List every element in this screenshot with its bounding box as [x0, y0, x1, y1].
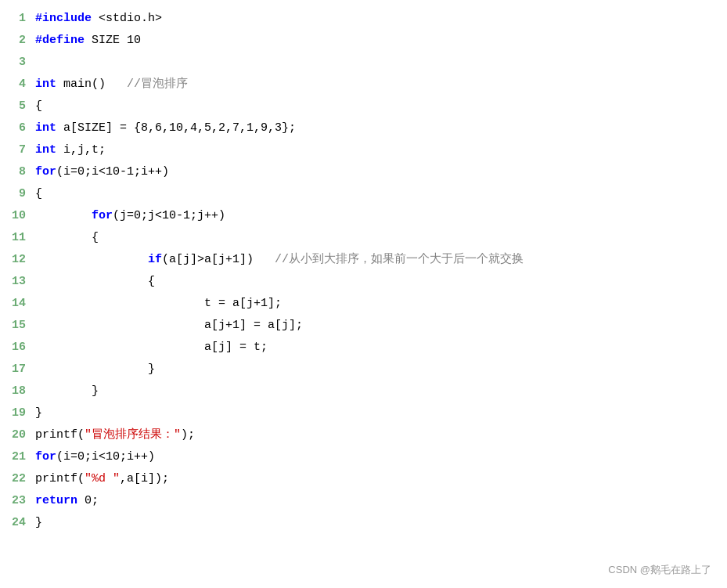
- line-number: 2: [0, 30, 35, 52]
- line-number: 1: [0, 8, 35, 30]
- line-number: 10: [0, 205, 35, 227]
- code-line: 20 printf("冒泡排序结果：");: [0, 424, 727, 446]
- line-number: 5: [0, 96, 35, 117]
- line-content: {: [35, 96, 727, 117]
- line-number: 22: [0, 468, 35, 490]
- line-number: 23: [0, 490, 35, 512]
- line-number: 13: [0, 271, 35, 293]
- line-content: }: [35, 402, 727, 424]
- line-content: for(i=0;i<10-1;i++): [35, 161, 727, 183]
- code-line: 3: [0, 52, 727, 74]
- code-line: 19 }: [0, 402, 727, 424]
- line-content: printf("冒泡排序结果：");: [35, 424, 727, 446]
- code-line: 16 a[j] = t;: [0, 337, 727, 359]
- line-content: a[j] = t;: [35, 337, 727, 359]
- code-line: 18 }: [0, 381, 727, 402]
- line-number: 3: [0, 52, 35, 74]
- line-content: {: [35, 183, 727, 205]
- code-line: 21 for(i=0;i<10;i++): [0, 446, 727, 468]
- code-line: 5 {: [0, 96, 727, 117]
- code-line: 8 for(i=0;i<10-1;i++): [0, 161, 727, 183]
- line-content: int main() //冒泡排序: [35, 74, 727, 96]
- line-number: 8: [0, 161, 35, 183]
- line-content: #define SIZE 10: [35, 30, 727, 52]
- line-number: 11: [0, 227, 35, 249]
- code-line: 14 t = a[j+1];: [0, 293, 727, 315]
- line-content: {: [35, 227, 727, 249]
- watermark: CSDN @鹅毛在路上了: [608, 563, 711, 577]
- code-line: 23 return 0;: [0, 490, 727, 512]
- line-content: t = a[j+1];: [35, 293, 727, 315]
- line-content: }: [35, 512, 727, 534]
- code-line: 13 {: [0, 271, 727, 293]
- line-number: 6: [0, 117, 35, 139]
- line-number: 15: [0, 315, 35, 337]
- line-number: 12: [0, 249, 35, 271]
- code-container: 1 #include <stdio.h> 2 #define SIZE 10 3…: [0, 0, 727, 588]
- line-content: a[j+1] = a[j];: [35, 315, 727, 337]
- line-number: 24: [0, 512, 35, 534]
- code-line: 2 #define SIZE 10: [0, 30, 727, 52]
- line-content: }: [35, 381, 727, 402]
- line-number: 21: [0, 446, 35, 468]
- code-line: 1 #include <stdio.h>: [0, 8, 727, 30]
- line-number: 9: [0, 183, 35, 205]
- code-line: 17 }: [0, 359, 727, 381]
- code-line: 6 int a[SIZE] = {8,6,10,4,5,2,7,1,9,3};: [0, 117, 727, 139]
- line-number: 4: [0, 74, 35, 96]
- code-line: 4 int main() //冒泡排序: [0, 74, 727, 96]
- line-number: 19: [0, 402, 35, 424]
- line-number: 16: [0, 337, 35, 359]
- code-line: 22 printf("%d ",a[i]);: [0, 468, 727, 490]
- code-line: 12 if(a[j]>a[j+1]) //从小到大排序，如果前一个大于后一个就交…: [0, 249, 727, 271]
- line-content: {: [35, 271, 727, 293]
- line-number: 7: [0, 139, 35, 161]
- line-content: return 0;: [35, 490, 727, 512]
- line-content: printf("%d ",a[i]);: [35, 468, 727, 490]
- line-content: for(i=0;i<10;i++): [35, 446, 727, 468]
- code-line: 7 int i,j,t;: [0, 139, 727, 161]
- code-line: 9 {: [0, 183, 727, 205]
- line-content: int i,j,t;: [35, 139, 727, 161]
- line-content: if(a[j]>a[j+1]) //从小到大排序，如果前一个大于后一个就交换: [35, 249, 727, 271]
- line-content: int a[SIZE] = {8,6,10,4,5,2,7,1,9,3};: [35, 117, 727, 139]
- code-line: 15 a[j+1] = a[j];: [0, 315, 727, 337]
- line-number: 20: [0, 424, 35, 446]
- line-content: [35, 52, 727, 74]
- line-number: 14: [0, 293, 35, 315]
- code-line: 24 }: [0, 512, 727, 534]
- line-content: }: [35, 359, 727, 381]
- code-line: 11 {: [0, 227, 727, 249]
- line-content: #include <stdio.h>: [35, 8, 727, 30]
- line-number: 17: [0, 359, 35, 381]
- code-line: 10 for(j=0;j<10-1;j++): [0, 205, 727, 227]
- line-number: 18: [0, 381, 35, 402]
- line-content: for(j=0;j<10-1;j++): [35, 205, 727, 227]
